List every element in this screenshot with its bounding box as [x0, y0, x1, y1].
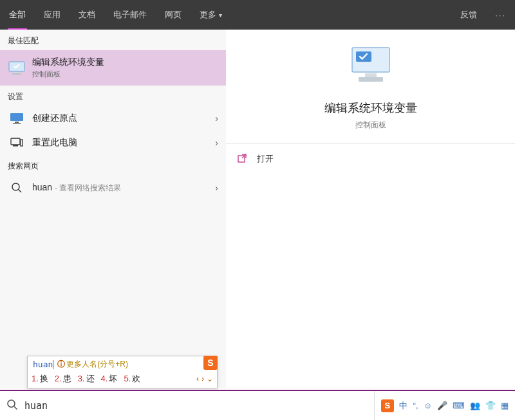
svg-rect-5 [13, 123, 21, 124]
feedback-button[interactable]: 反馈 [451, 0, 486, 30]
keyboard-icon[interactable]: ⌨ [453, 401, 465, 410]
svg-line-10 [19, 190, 21, 192]
toolbox-icon[interactable]: ▦ [501, 401, 509, 410]
ime-punct-toggle[interactable]: °, [413, 401, 418, 410]
ime-expand[interactable]: ⌄ [207, 374, 213, 383]
ime-candidates-row: 1.换 2.患 3.还 4.坏 5.欢 ‹ › ⌄ [28, 371, 217, 388]
svg-point-17 [8, 400, 15, 407]
preview-subtitle: 控制面板 [226, 120, 515, 131]
ime-candidate-popup: S huan ⓘ更多人名(分号+R) 1.换 2.患 3.还 4.坏 5.欢 ‹… [27, 356, 218, 388]
chevron-right-icon: › [210, 183, 218, 193]
section-best-match: 最佳匹配 [0, 30, 226, 50]
result-restore-point[interactable]: 创建还原点 › [0, 106, 226, 131]
result-title: 重置此电脑 [32, 137, 210, 149]
ime-lang-toggle[interactable]: 中 [399, 400, 407, 412]
mic-icon[interactable]: 🎤 [437, 401, 447, 410]
sogou-tray-icon[interactable]: S [381, 399, 394, 412]
result-best-match[interactable]: 编辑系统环境变量 控制面板 [0, 50, 226, 86]
tab-web[interactable]: 网页 [156, 0, 191, 30]
web-search-term: huan [32, 182, 52, 192]
open-action[interactable]: 打开 [226, 144, 515, 174]
svg-point-9 [12, 183, 19, 190]
tab-more[interactable]: 更多▾ [191, 0, 231, 30]
preview-panel: 编辑系统环境变量 控制面板 打开 [226, 30, 515, 388]
search-main: 最佳匹配 编辑系统环境变量 控制面板 设置 创建还原点 › [0, 30, 515, 388]
result-title: 编辑系统环境变量 [32, 57, 218, 68]
svg-rect-4 [15, 122, 19, 123]
ime-next-page[interactable]: › [201, 374, 204, 383]
monitor-icon [8, 113, 26, 124]
search-tabbar: 全部 应用 文档 电子邮件 网页 更多▾ 反馈 ··· [0, 0, 515, 30]
ime-candidate[interactable]: 3.还 [78, 373, 95, 385]
ime-composition: huan [33, 360, 53, 369]
results-panel: 最佳匹配 编辑系统环境变量 控制面板 设置 创建还原点 › [0, 30, 226, 388]
ime-tray: S 中 °, ☺ 🎤 ⌨ 👥 👕 ▦ [375, 391, 515, 420]
svg-rect-2 [12, 73, 21, 75]
open-label: 打开 [257, 153, 274, 165]
ime-hint: ⓘ更多人名(分号+R) [57, 359, 128, 370]
search-icon [6, 399, 18, 413]
more-options-button[interactable]: ··· [486, 0, 515, 30]
ime-candidate[interactable]: 1.换 [32, 373, 48, 385]
svg-line-18 [14, 406, 17, 410]
sogou-logo-icon: S [203, 356, 218, 370]
chevron-right-icon: › [210, 138, 218, 148]
result-web-search[interactable]: huan - 查看网络搜索结果 › [0, 176, 226, 200]
result-reset-pc[interactable]: 重置此电脑 › [0, 131, 226, 155]
users-icon[interactable]: 👥 [470, 401, 480, 410]
svg-rect-13 [365, 73, 377, 77]
section-web: 搜索网页 [0, 155, 226, 176]
emoji-icon[interactable]: ☺ [424, 401, 432, 410]
search-icon [8, 182, 26, 194]
svg-rect-1 [14, 72, 19, 73]
result-subtitle: 控制面板 [32, 69, 218, 79]
svg-rect-3 [10, 113, 23, 121]
bottom-bar: S 中 °, ☺ 🎤 ⌨ 👥 👕 ▦ [0, 390, 515, 420]
ime-candidate[interactable]: 5.欢 [124, 373, 140, 385]
tab-all[interactable]: 全部 [0, 0, 35, 30]
svg-rect-8 [13, 145, 18, 147]
skin-icon[interactable]: 👕 [485, 401, 496, 410]
monitor-check-large-icon [347, 45, 395, 87]
chevron-right-icon: › [210, 113, 218, 123]
monitor-check-icon [8, 61, 26, 75]
tab-apps[interactable]: 应用 [35, 0, 70, 30]
svg-line-16 [242, 154, 246, 158]
section-settings: 设置 [0, 86, 226, 106]
search-input[interactable] [24, 400, 368, 412]
svg-rect-6 [11, 138, 20, 145]
ime-candidate[interactable]: 4.坏 [101, 373, 118, 385]
svg-rect-7 [21, 140, 23, 146]
svg-rect-14 [359, 77, 383, 82]
result-title: 创建还原点 [32, 113, 210, 124]
tab-docs[interactable]: 文档 [70, 0, 104, 30]
tab-email[interactable]: 电子邮件 [104, 0, 156, 30]
preview-title: 编辑系统环境变量 [226, 100, 515, 116]
ime-prev-page[interactable]: ‹ [196, 374, 199, 383]
search-box [0, 391, 375, 420]
web-search-hint: - 查看网络搜索结果 [55, 183, 121, 194]
open-icon [238, 154, 248, 164]
ime-candidate[interactable]: 2.患 [55, 373, 71, 385]
pc-reset-icon [8, 137, 26, 149]
